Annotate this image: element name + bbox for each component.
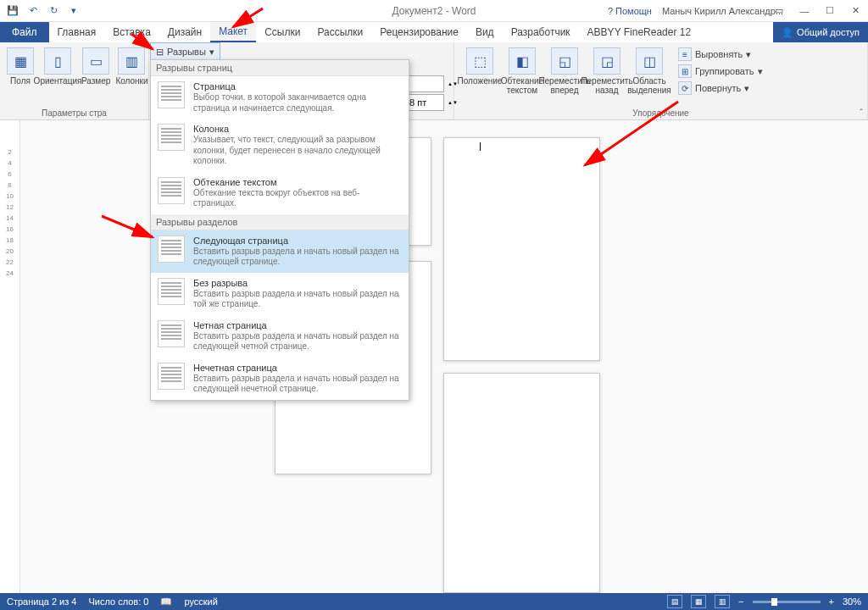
chevron-down-icon: ▾ xyxy=(209,47,214,58)
bring-forward-button[interactable]: ◱Переместить вперед xyxy=(544,46,585,107)
tab-design[interactable]: Дизайн xyxy=(159,22,210,42)
tab-home[interactable]: Главная xyxy=(49,22,105,42)
dropdown-section-header: Разрывы страниц xyxy=(151,60,409,76)
tab-references[interactable]: Ссылки xyxy=(256,22,309,42)
page-4[interactable] xyxy=(443,373,600,593)
window-title: Документ2 - Word xyxy=(392,5,476,17)
ribbon: ▦Поля ▯Ориентация ▭Размер ▥Колонки Парам… xyxy=(0,42,868,120)
help-user-area: ? Помощн Маныч Кирилл Александр... xyxy=(608,6,783,16)
status-word-count[interactable]: Число слов: 0 xyxy=(88,596,148,607)
break-next-page-item[interactable]: Следующая страницаВставить разрыв раздел… xyxy=(151,230,409,273)
status-bar: Страница 2 из 4 Число слов: 0 📖 русский … xyxy=(0,593,868,610)
tab-insert[interactable]: Вставка xyxy=(104,22,159,42)
save-button[interactable]: 💾 xyxy=(3,2,22,20)
forward-icon: ◱ xyxy=(551,47,578,75)
status-page[interactable]: Страница 2 из 4 xyxy=(7,596,76,607)
orientation-button[interactable]: ▯Ориентация xyxy=(37,46,78,107)
textwrap-break-icon xyxy=(158,177,185,204)
break-textwrap-item[interactable]: Обтекание текстомОбтекание текста вокруг… xyxy=(151,172,409,214)
redo-button[interactable]: ↻ xyxy=(44,2,63,20)
group-icon: ⊞ xyxy=(678,64,692,78)
group-label: Упорядочение xyxy=(459,107,862,118)
section-odd-icon xyxy=(158,363,185,390)
group-arrange: ⬚Положение ◧Обтекание текстом ◱Перемести… xyxy=(454,42,868,119)
person-icon: 👤 xyxy=(782,27,793,38)
tab-developer[interactable]: Разработчик xyxy=(503,22,579,42)
chevron-down-icon: ▾ xyxy=(758,66,763,77)
minimize-button[interactable]: — xyxy=(792,0,817,22)
rotate-icon: ⟳ xyxy=(678,81,692,95)
group-button[interactable]: ⊞Группировать▾ xyxy=(675,63,766,80)
selection-pane-button[interactable]: ◫Область выделения xyxy=(629,46,670,107)
undo-button[interactable]: ↶ xyxy=(24,2,42,20)
user-name[interactable]: Маныч Кирилл Александр... xyxy=(662,6,783,16)
breaks-dropdown: Разрывы страниц СтраницаВыбор точки, в к… xyxy=(150,59,409,401)
view-web-button[interactable]: ▥ xyxy=(715,595,730,608)
tab-layout[interactable]: Макет xyxy=(210,22,256,42)
spin-buttons[interactable]: ▲▼ xyxy=(448,81,458,86)
ribbon-options-icon[interactable]: ▭ xyxy=(766,0,792,22)
backward-icon: ◲ xyxy=(593,47,620,75)
column-break-icon xyxy=(158,124,185,151)
zoom-out-button[interactable]: − xyxy=(738,596,743,607)
close-button[interactable]: ✕ xyxy=(843,0,868,22)
section-next-icon xyxy=(158,236,185,263)
titlebar: 💾 ↶ ↻ ▾ Документ2 - Word ? Помощн Маныч … xyxy=(0,0,868,22)
document-area[interactable] xyxy=(20,120,868,593)
break-even-page-item[interactable]: Четная страницаВставить разрыв раздела и… xyxy=(151,315,409,358)
text-cursor xyxy=(480,142,481,151)
zoom-slider[interactable] xyxy=(753,601,821,603)
proofing-icon[interactable]: 📖 xyxy=(160,596,172,607)
margins-button[interactable]: ▦Поля xyxy=(5,46,36,107)
break-column-item[interactable]: КолонкаУказывает, что текст, следующий з… xyxy=(151,119,409,172)
maximize-button[interactable]: ☐ xyxy=(817,0,843,22)
collapse-ribbon-icon[interactable]: ˆ xyxy=(860,108,863,118)
window-controls: ▭ — ☐ ✕ xyxy=(766,0,868,22)
break-continuous-item[interactable]: Без разрываВставить разрыв раздела и нач… xyxy=(151,273,409,315)
rotate-button[interactable]: ⟳Повернуть▾ xyxy=(675,80,766,97)
wrap-text-button[interactable]: ◧Обтекание текстом xyxy=(502,46,542,107)
group-label: Параметры стра xyxy=(5,107,143,118)
size-icon: ▭ xyxy=(82,47,109,75)
share-button[interactable]: 👤Общий доступ xyxy=(773,22,868,42)
view-print-button[interactable]: ▦ xyxy=(691,595,706,608)
section-continuous-icon xyxy=(158,278,185,305)
spacing-before-input[interactable] xyxy=(407,75,444,92)
tab-abbyy[interactable]: ABBYY FineReader 12 xyxy=(579,22,700,42)
size-button[interactable]: ▭Размер xyxy=(80,46,112,107)
status-language[interactable]: русский xyxy=(184,596,217,607)
spacing-after-input[interactable] xyxy=(407,94,444,111)
chevron-down-icon: ▾ xyxy=(744,83,749,94)
send-backward-button[interactable]: ◲Переместить назад xyxy=(587,46,627,107)
qat-more-icon[interactable]: ▾ xyxy=(64,2,83,20)
page-break-icon xyxy=(158,81,185,108)
orientation-icon: ▯ xyxy=(44,47,71,75)
view-read-button[interactable]: ▤ xyxy=(667,595,682,608)
tab-mailings[interactable]: Рассылки xyxy=(309,22,371,42)
zoom-in-button[interactable]: + xyxy=(829,596,834,607)
tab-view[interactable]: Вид xyxy=(467,22,503,42)
vertical-ruler[interactable]: 24681012141618202224 xyxy=(0,120,20,593)
breaks-icon: ⊟ xyxy=(156,47,164,58)
align-button[interactable]: ≡Выровнять▾ xyxy=(675,46,766,63)
breaks-button[interactable]: ⊟ Разрывы ▾ xyxy=(150,42,220,61)
break-odd-page-item[interactable]: Нечетная страницаВставить разрыв раздела… xyxy=(151,358,409,400)
ribbon-tabs: Файл Главная Вставка Дизайн Макет Ссылки… xyxy=(0,22,868,42)
section-even-icon xyxy=(158,320,185,347)
columns-button[interactable]: ▥Колонки xyxy=(114,46,149,107)
position-icon: ⬚ xyxy=(466,47,493,75)
quick-access-toolbar: 💾 ↶ ↻ ▾ xyxy=(0,2,83,20)
file-tab[interactable]: Файл xyxy=(0,22,49,42)
page-2[interactable] xyxy=(443,137,600,361)
wrap-icon: ◧ xyxy=(509,47,536,75)
tab-review[interactable]: Рецензирование xyxy=(371,22,467,42)
break-page-item[interactable]: СтраницаВыбор точки, в которой заканчива… xyxy=(151,76,409,119)
spin-buttons[interactable]: ▲▼ xyxy=(448,100,458,105)
group-page-setup: ▦Поля ▯Ориентация ▭Размер ▥Колонки Парам… xyxy=(0,42,149,119)
zoom-level[interactable]: 30% xyxy=(843,596,861,607)
align-icon: ≡ xyxy=(678,47,692,61)
position-button[interactable]: ⬚Положение xyxy=(459,46,500,107)
help-button[interactable]: ? Помощн xyxy=(608,6,652,16)
columns-icon: ▥ xyxy=(118,47,145,75)
workspace: 24681012141618202224 2 2 4 6 8 10 12 14 … xyxy=(0,120,868,593)
